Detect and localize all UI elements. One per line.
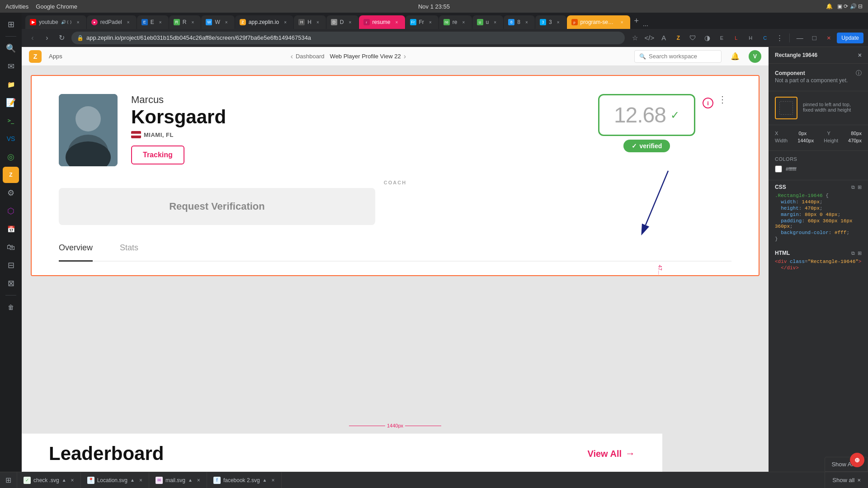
coach-request-button[interactable]: Request Verification bbox=[59, 188, 375, 225]
dock-zeplin[interactable]: Z bbox=[3, 167, 19, 183]
tab-3[interactable]: 3 3 × bbox=[535, 15, 566, 29]
tab-h[interactable]: H H × bbox=[294, 15, 326, 29]
panel-close-button[interactable]: × bbox=[858, 52, 862, 59]
tab-d[interactable]: D D × bbox=[326, 15, 359, 29]
window-min[interactable]: — bbox=[793, 32, 806, 44]
css-expand-button[interactable]: ⊞ bbox=[858, 184, 862, 190]
dock-activities[interactable]: ⊞ bbox=[3, 16, 19, 33]
more-actions[interactable]: ⋮ bbox=[773, 32, 786, 44]
html-copy-button[interactable]: ⧉ bbox=[851, 250, 855, 256]
back-button[interactable]: ‹ bbox=[26, 32, 39, 44]
new-tab-button[interactable]: + bbox=[632, 16, 641, 26]
file-tab-mail[interactable]: ✉ mail.svg ▲ × bbox=[149, 472, 207, 488]
dark-ext[interactable]: ◑ bbox=[701, 32, 713, 44]
forward-button[interactable]: › bbox=[41, 32, 53, 44]
html-expand-button[interactable]: ⊞ bbox=[858, 250, 862, 256]
css-copy-button[interactable]: ⧉ bbox=[851, 184, 855, 190]
code-viewer[interactable]: </> bbox=[643, 32, 656, 44]
ext1[interactable]: E bbox=[715, 32, 728, 44]
address-bar[interactable]: 🔒 app.zeplin.io/project/61eb031b15db0454… bbox=[71, 32, 625, 44]
ext2[interactable]: L bbox=[730, 32, 742, 44]
tab-u[interactable]: u u × bbox=[472, 15, 504, 29]
zeplin-ext[interactable]: Z bbox=[672, 32, 684, 44]
dock-chrome[interactable]: ◎ bbox=[3, 149, 19, 165]
zeplin-logo[interactable]: Z bbox=[29, 50, 42, 63]
tab-redpadel-close[interactable]: × bbox=[125, 19, 132, 26]
breadcrumb-prev[interactable]: ‹ bbox=[291, 52, 293, 61]
tab-redpadel[interactable]: ● redPadel × bbox=[87, 15, 137, 29]
check-close-button[interactable]: × bbox=[71, 477, 74, 483]
tab-program-search[interactable]: p program-search × bbox=[567, 15, 630, 29]
tab-r-close[interactable]: × bbox=[189, 19, 196, 26]
info-icon[interactable]: i bbox=[703, 98, 713, 108]
apps-label[interactable]: Apps bbox=[49, 53, 62, 60]
dock-vscode[interactable]: VS bbox=[3, 131, 19, 147]
activities-label[interactable]: Activities bbox=[5, 3, 28, 10]
search-input[interactable] bbox=[649, 53, 717, 60]
notification-bell[interactable]: 🔔 bbox=[729, 50, 741, 63]
check-expand-icon[interactable]: ▲ bbox=[62, 478, 66, 483]
facebook-expand-icon[interactable]: ▲ bbox=[263, 478, 267, 483]
tab-program-search-close[interactable]: × bbox=[618, 19, 626, 26]
window-close[interactable]: × bbox=[822, 32, 835, 44]
dock-files[interactable]: 📁 bbox=[3, 76, 19, 93]
file-tab-location[interactable]: 📍 Location.svg ▲ × bbox=[81, 472, 149, 488]
tab-fr[interactable]: Fr Fr × bbox=[406, 15, 439, 29]
tab-resume[interactable]: r resume × bbox=[359, 15, 405, 29]
tab-youtube-close[interactable]: × bbox=[75, 19, 82, 26]
window-max[interactable]: □ bbox=[808, 32, 821, 44]
grid-dots-button[interactable]: ⊞ bbox=[0, 472, 17, 488]
show-all-button[interactable]: Show all × bbox=[825, 472, 868, 488]
tab-8[interactable]: 8 8 × bbox=[504, 15, 535, 29]
tab-re-close[interactable]: × bbox=[460, 19, 467, 26]
dock-calendar[interactable]: 📅 bbox=[3, 221, 19, 237]
dock-store[interactable]: 🛍 bbox=[3, 239, 19, 255]
tab-resume-close[interactable]: × bbox=[393, 19, 401, 26]
tab-d-close[interactable]: × bbox=[347, 19, 354, 26]
user-avatar[interactable]: V bbox=[749, 50, 761, 63]
tab-youtube[interactable]: ▶ youtube 🔊 ⟨ ⟩ × bbox=[25, 15, 86, 29]
tab-r[interactable]: R R × bbox=[169, 15, 201, 29]
search-box[interactable]: 🔍 bbox=[634, 50, 722, 63]
dock-settings2[interactable]: ⬡ bbox=[3, 203, 19, 219]
shield-ext[interactable]: 🛡 bbox=[686, 32, 699, 44]
location-close-button[interactable]: × bbox=[139, 477, 142, 483]
show-all-close[interactable]: × bbox=[857, 477, 861, 483]
view-all-button[interactable]: View All bbox=[587, 449, 622, 459]
translate[interactable]: A bbox=[657, 32, 670, 44]
tab-stats[interactable]: Stats bbox=[120, 243, 138, 256]
tab-zeplin[interactable]: Z app.zeplin.io × bbox=[235, 15, 293, 29]
more-tabs-button[interactable]: ⋯ bbox=[643, 23, 648, 29]
location-expand-icon[interactable]: ▲ bbox=[130, 478, 135, 483]
tab-re[interactable]: re re × bbox=[439, 15, 472, 29]
dock-terminal[interactable]: >_ bbox=[3, 113, 19, 129]
dock-trash[interactable]: 🗑 bbox=[3, 299, 19, 315]
tab-zeplin-close[interactable]: × bbox=[282, 19, 289, 26]
dock-notes[interactable]: 📝 bbox=[3, 94, 19, 111]
tracking-button[interactable]: Tracking bbox=[131, 145, 184, 164]
mail-expand-icon[interactable]: ▲ bbox=[188, 478, 193, 483]
ext3[interactable]: H bbox=[744, 32, 757, 44]
breadcrumb-next[interactable]: › bbox=[404, 52, 406, 61]
tab-w-close[interactable]: × bbox=[223, 19, 230, 26]
bookmark-star[interactable]: ☆ bbox=[628, 32, 641, 44]
tab-w[interactable]: W W × bbox=[201, 15, 234, 29]
more-menu-button[interactable]: ⋮ bbox=[718, 94, 727, 105]
ext4[interactable]: C bbox=[759, 32, 771, 44]
notification-icon[interactable]: 🔔 bbox=[826, 3, 833, 9]
file-tab-check[interactable]: ✓ check .svg ▲ × bbox=[17, 472, 81, 488]
tab-overview[interactable]: Overview bbox=[59, 243, 93, 262]
dock-system2[interactable]: ⊠ bbox=[3, 275, 19, 291]
dock-settings1[interactable]: ⚙ bbox=[3, 185, 19, 201]
sos-button[interactable]: ⊕ bbox=[850, 453, 864, 467]
tab-fr-close[interactable]: × bbox=[427, 19, 434, 26]
update-button[interactable]: Update bbox=[837, 33, 863, 43]
dock-finder[interactable]: 🔍 bbox=[3, 40, 19, 56]
mail-close-button[interactable]: × bbox=[197, 477, 200, 483]
dock-system1[interactable]: ⊟ bbox=[3, 257, 19, 273]
tab-3-close[interactable]: × bbox=[555, 19, 562, 26]
reload-button[interactable]: ↻ bbox=[55, 32, 68, 44]
file-tab-facebook[interactable]: f facebook 2.svg ▲ × bbox=[207, 472, 282, 488]
tab-e[interactable]: E E × bbox=[137, 15, 169, 29]
facebook-close-button[interactable]: × bbox=[272, 477, 275, 483]
